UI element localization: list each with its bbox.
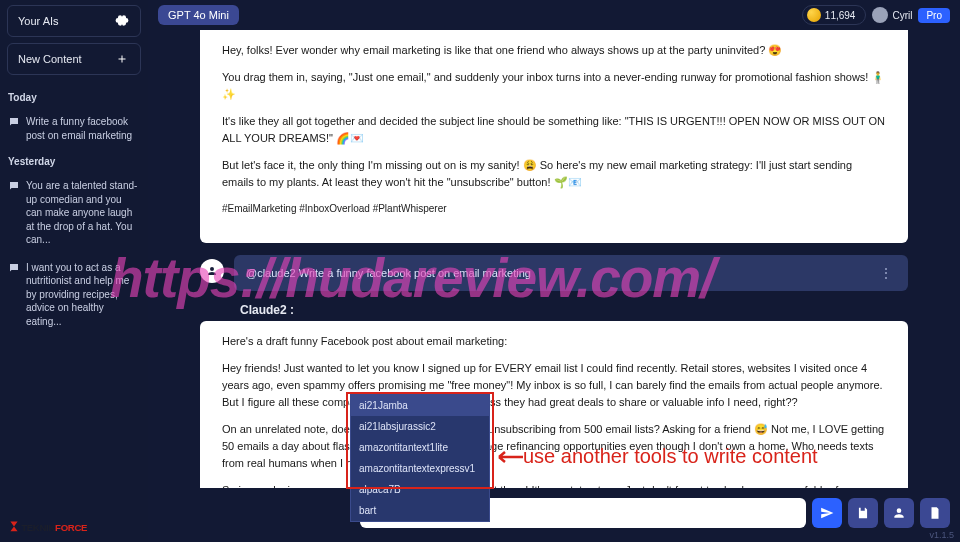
section-today: Today [0,86,148,109]
card2-p2: Hey friends! Just wanted to let you know… [222,360,886,411]
header: GPT 4o Mini 11,694 Cyril Pro [148,0,960,30]
version-label: v1.1.5 [929,530,954,540]
brand-logo: TEKNIKFORCE [0,510,148,542]
sidebar-top: Your AIs New Content [0,0,148,86]
avatar-icon [872,7,888,23]
sidebar-item-yesterday-2[interactable]: I want you to act as a nutritionist and … [0,255,148,337]
composer: @ [160,496,950,530]
sidebar-item-today-1[interactable]: Write a funny facebook post on email mar… [0,109,148,150]
pro-badge[interactable]: Pro [918,8,950,23]
card1-hashtags: #EmailMarketing #InboxOverload #PlantWhi… [222,201,886,217]
section-yesterday: Yesterday [0,150,148,173]
chat-icon [8,262,20,329]
card1-p1: Hey, folks! Ever wonder why email market… [222,42,886,59]
coin-balance[interactable]: 11,694 [802,5,867,25]
coin-amount: 11,694 [825,10,856,21]
mention-dropdown[interactable]: ai21Jamba ai21labsjurassic2 amazontitant… [350,394,490,522]
sidebar-item-label: Write a funny facebook post on email mar… [26,115,140,142]
dropdown-item[interactable]: ai21Jamba [351,395,489,416]
user-avatar [200,259,224,283]
assistant-card-1: Hey, folks! Ever wonder why email market… [200,30,908,243]
dropdown-item[interactable]: amazontitantext1lite [351,437,489,458]
card2-p4: So in conclusio mail list out there! It'… [222,482,886,488]
dropdown-item[interactable]: bart [351,500,489,521]
assistant-card-2: Here's a draft funny Facebook post about… [200,321,908,488]
your-ais-button[interactable]: Your AIs [7,5,141,37]
user-chip[interactable]: Cyril [872,7,912,23]
brain-icon [114,14,130,28]
chat-icon [8,116,20,142]
main-content: Hey, folks! Ever wonder why email market… [148,30,960,488]
model-selector[interactable]: GPT 4o Mini [158,5,239,25]
your-ais-label: Your AIs [18,15,59,27]
dropdown-item[interactable]: amazontitantextexpressv1 [351,458,489,479]
user-message: @claude2 Write a funny facebook post on … [200,255,908,291]
user-button[interactable] [884,498,914,528]
chat-icon [8,180,20,247]
dropdown-item[interactable]: ai21labsjurassic2 [351,416,489,437]
bot-name: Claude2 : [240,303,908,317]
sidebar: Your AIs New Content Today Write a funny… [0,0,148,542]
new-content-button[interactable]: New Content [7,43,141,75]
user-name: Cyril [892,10,912,21]
send-button[interactable] [812,498,842,528]
card1-p4: But let's face it, the only thing I'm mi… [222,157,886,191]
save-button[interactable] [848,498,878,528]
doc-button[interactable] [920,498,950,528]
user-bubble: @claude2 Write a funny facebook post on … [234,255,908,291]
card2-p3: On an unrelated note, does anyone have g… [222,421,886,472]
sidebar-item-label: You are a talented stand-up comedian and… [26,179,140,247]
plus-icon [114,52,130,66]
sidebar-item-label: I want you to act as a nutritionist and … [26,261,140,329]
new-content-label: New Content [18,53,82,65]
card2-p1: Here's a draft funny Facebook post about… [222,333,886,350]
card1-p2: You drag them in, saying, "Just one emai… [222,69,886,103]
sidebar-item-yesterday-1[interactable]: You are a talented stand-up comedian and… [0,173,148,255]
coin-icon [807,8,821,22]
dropdown-item[interactable]: alpaca7B [351,479,489,500]
user-text: @claude2 Write a funny facebook post on … [246,267,531,279]
card1-p3: It's like they all got together and deci… [222,113,886,147]
svg-text:TEKNIKFORCE: TEKNIKFORCE [21,522,88,533]
more-icon[interactable]: ⋮ [876,265,896,281]
